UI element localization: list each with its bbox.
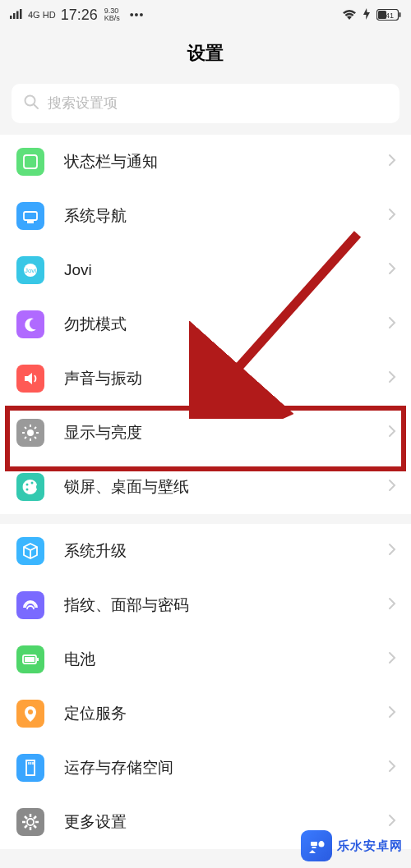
svg-point-15 <box>27 429 34 436</box>
chevron-right-icon <box>388 479 396 495</box>
settings-row-location[interactable]: 定位服务 <box>0 687 411 741</box>
svg-rect-5 <box>399 12 401 17</box>
svg-rect-28 <box>37 658 39 661</box>
page-header: 设置 <box>0 30 411 77</box>
settings-row-label: 指纹、面部与密码 <box>64 595 388 616</box>
svg-rect-1 <box>13 13 16 19</box>
svg-text:Jovi: Jovi <box>25 267 36 274</box>
settings-row-label: 显示与亮度 <box>64 422 388 443</box>
settings-row-jovi[interactable]: JoviJovi <box>0 243 411 297</box>
svg-point-30 <box>28 710 33 714</box>
chevron-right-icon <box>388 705 396 722</box>
chevron-right-icon <box>388 425 396 441</box>
svg-point-25 <box>26 489 29 491</box>
status-left: 4G HD 17:26 9.30 KB/s ••• <box>10 7 144 24</box>
clock: 17:26 <box>61 7 98 24</box>
settings-row-label: 定位服务 <box>64 703 388 724</box>
settings-row-display[interactable]: 显示与亮度 <box>0 406 411 460</box>
settings-row-label: 系统升级 <box>64 540 388 562</box>
settings-row-battery[interactable]: 电池 <box>0 632 411 687</box>
svg-rect-0 <box>10 16 12 19</box>
watermark: 乐水安卓网 <box>301 830 403 861</box>
location-icon <box>16 700 44 728</box>
network-label: 4G HD <box>28 10 56 20</box>
settings-row-label: 系统导航 <box>64 205 388 227</box>
svg-rect-2 <box>16 11 19 20</box>
chevron-right-icon <box>388 262 396 278</box>
moon-icon <box>16 310 44 338</box>
settings-row-label: 状态栏与通知 <box>64 151 388 172</box>
more-status-icon: ••• <box>130 8 145 21</box>
chevron-right-icon <box>388 651 396 668</box>
search-section <box>0 77 411 135</box>
settings-row-storage[interactable]: 运存与存储空间 <box>0 741 411 795</box>
svg-point-8 <box>25 96 35 106</box>
svg-line-39 <box>25 816 27 819</box>
palette-icon <box>16 473 44 501</box>
settings-row-update[interactable]: 系统升级 <box>0 524 411 578</box>
svg-rect-12 <box>27 221 34 223</box>
svg-rect-45 <box>312 847 316 848</box>
svg-line-22 <box>35 427 36 429</box>
cube-icon <box>16 537 44 565</box>
svg-point-34 <box>27 819 34 825</box>
search-icon <box>23 94 39 113</box>
search-box[interactable] <box>12 84 399 123</box>
svg-point-26 <box>31 482 34 485</box>
settings-row-label: 电池 <box>64 649 388 670</box>
chevron-right-icon <box>388 543 396 559</box>
battery-indicator: 41 <box>376 9 401 21</box>
svg-rect-44 <box>311 842 317 846</box>
jovi-icon: Jovi <box>16 256 44 284</box>
chevron-right-icon <box>388 154 396 170</box>
svg-text:41: 41 <box>386 11 394 20</box>
gear-icon <box>16 808 44 836</box>
svg-line-21 <box>35 437 36 439</box>
settings-row-dnd[interactable]: 勿扰模式 <box>0 297 411 351</box>
svg-line-9 <box>35 105 39 109</box>
nav-icon <box>16 202 44 230</box>
svg-line-41 <box>34 816 36 819</box>
settings-row-label: 运存与存储空间 <box>64 757 388 778</box>
status-right: 41 <box>342 8 401 22</box>
svg-rect-47 <box>321 841 323 843</box>
settings-row-label: 锁屏、桌面与壁纸 <box>64 476 388 498</box>
settings-group: 系统升级指纹、面部与密码电池定位服务运存与存储空间更多设置 <box>0 524 411 849</box>
settings-row-sound[interactable]: 声音与振动 <box>0 351 411 406</box>
settings-row-label: 勿扰模式 <box>64 314 388 335</box>
chevron-right-icon <box>388 814 396 830</box>
chevron-right-icon <box>388 208 396 224</box>
chevron-right-icon <box>388 597 396 613</box>
signal-icon <box>10 8 23 21</box>
svg-line-20 <box>25 427 26 429</box>
settings-group: 状态栏与通知系统导航JoviJovi勿扰模式声音与振动显示与亮度锁屏、桌面与壁纸 <box>0 135 411 514</box>
settings-row-navigation[interactable]: 系统导航 <box>0 189 411 243</box>
svg-rect-10 <box>24 155 37 168</box>
search-input[interactable] <box>48 95 388 112</box>
speaker-icon <box>16 365 44 393</box>
chevron-right-icon <box>388 370 396 387</box>
settings-row-wallpaper[interactable]: 锁屏、桌面与壁纸 <box>0 460 411 514</box>
svg-point-24 <box>26 484 29 486</box>
svg-line-42 <box>25 825 27 828</box>
settings-row-statusbar[interactable]: 状态栏与通知 <box>0 135 411 189</box>
charging-icon <box>363 8 370 22</box>
status-icon <box>16 148 44 176</box>
settings-row-label: Jovi <box>64 261 388 279</box>
watermark-logo-icon <box>301 830 332 861</box>
sdcard-icon <box>16 754 44 782</box>
svg-line-40 <box>34 825 36 828</box>
battery-icon <box>16 645 44 673</box>
svg-rect-11 <box>24 212 37 220</box>
svg-rect-29 <box>25 657 35 662</box>
chevron-right-icon <box>388 316 396 333</box>
svg-rect-3 <box>20 9 22 19</box>
settings-row-label: 声音与振动 <box>64 368 388 389</box>
svg-line-23 <box>25 437 26 439</box>
chevron-right-icon <box>388 760 396 776</box>
settings-row-biometric[interactable]: 指纹、面部与密码 <box>0 578 411 632</box>
fingerprint-icon <box>16 591 44 619</box>
net-speed: 9.30 KB/s <box>104 7 120 22</box>
brightness-icon <box>16 419 44 447</box>
page-title: 设置 <box>187 41 224 66</box>
